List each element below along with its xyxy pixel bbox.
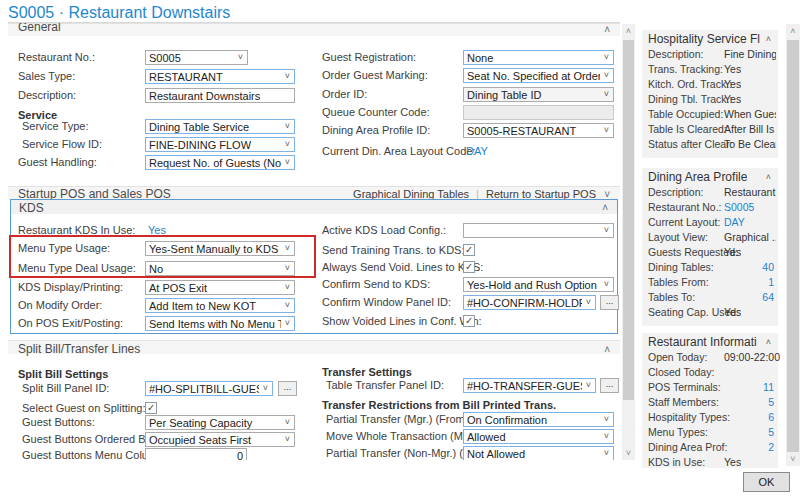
factbox-row: Current Layout:DAY	[642, 215, 778, 230]
factbox-row: Open Today:09:00-22:00	[642, 350, 778, 365]
show-voided-lines-checkbox[interactable]	[463, 315, 475, 327]
chevron-down-icon: ˅	[600, 280, 613, 289]
active-kds-load-config-dropdown[interactable]: ˅	[463, 223, 614, 238]
send-training-trans-checkbox[interactable]	[463, 244, 475, 256]
tables-to-link[interactable]: 64	[762, 291, 774, 303]
chevron-down-icon: ˅	[582, 298, 595, 307]
collapse-general-icon[interactable]: ˄	[604, 25, 610, 35]
factbox-row: Seating Cap. Used:Yes	[642, 305, 778, 320]
factbox-row: Description:Restaurant ...	[642, 185, 778, 200]
ok-button[interactable]: OK	[743, 472, 790, 492]
fasttab-startup-pos[interactable]: Startup POS and Sales POS Graphical Dini…	[8, 186, 620, 199]
table-transfer-panel-dropdown[interactable]: #HO-TRANSFER-GUEST˅	[463, 378, 596, 393]
fasttab-general[interactable]: General ˄	[8, 23, 620, 36]
factbox-hospitality-service: Hospitality Service Fl ˄ Description:Fin…	[642, 30, 778, 158]
field-label: Send Training Trans. to KDS:	[322, 244, 464, 256]
move-whole-transaction-dropdown[interactable]: Allowed˅	[463, 429, 614, 444]
dining-tables-link[interactable]: 40	[762, 261, 774, 273]
factbox-row: Table Is Cleared:After Bill Is ...	[642, 122, 778, 137]
factbox-header[interactable]: Restaurant Informati ˄	[642, 333, 778, 350]
factbox-header[interactable]: Hospitality Service Fl ˄	[642, 30, 778, 47]
scrollbar-thumb[interactable]	[623, 40, 634, 400]
factbox-dining-area-profile: Dining Area Profile ˄ Description:Restau…	[642, 168, 778, 326]
collapse-kds-icon[interactable]: ˄	[602, 203, 608, 213]
factbox-row: Layout View:Graphical ...	[642, 230, 778, 245]
current-layout-code-link[interactable]: DAY	[466, 145, 488, 157]
field-row: Partial Transfer (Mgr.) (From): On Confi…	[8, 412, 620, 426]
chevron-down-icon: ˅	[600, 90, 613, 99]
field-row: Show Voided Lines in Conf. Win:	[8, 314, 620, 328]
factbox-row: Menu Types:5	[642, 425, 778, 440]
field-row: Table Transfer Panel ID: #HO-TRANSFER-GU…	[8, 378, 620, 392]
field-label: Active KDS Load Config.:	[322, 224, 446, 236]
partial-transfer-non-mgr-dropdown[interactable]: Not Allowed˅	[463, 446, 614, 460]
dining-area-profile-dropdown[interactable]: S0005-RESTAURANT˅	[463, 123, 614, 138]
confirm-send-to-kds-dropdown[interactable]: Yes-Hold and Rush Option˅	[463, 277, 614, 292]
factbox-row: Guests Requested:Yes	[642, 245, 778, 260]
fasttab-split-title: Split Bill/Transfer Lines	[18, 342, 140, 356]
menu-types-link[interactable]: 5	[768, 426, 774, 438]
collapse-factbox-icon[interactable]: ˄	[766, 337, 771, 347]
factbox-row: Dining Area Prof:2	[642, 440, 778, 455]
group-label: Transfer Restrictions from Bill Printed …	[322, 399, 556, 411]
hospitality-types-link[interactable]: 6	[768, 411, 774, 423]
factbox-row: Tables From:1	[642, 275, 778, 290]
factbox-row: Dining Tables:40	[642, 260, 778, 275]
group-row: Transfer Restrictions from Bill Printed …	[8, 398, 620, 412]
partial-transfer-mgr-dropdown[interactable]: On Confirmation˅	[463, 412, 614, 427]
field-row: Partial Transfer (Non-Mgr.) (From): Not …	[8, 446, 620, 460]
field-row: Dining Area Profile ID: S0005-RESTAURANT…	[8, 123, 620, 137]
current-layout-link[interactable]: DAY	[724, 216, 745, 228]
confirm-window-panel-dropdown[interactable]: #HO-CONFIRM-HOLDRUSH˅	[463, 295, 596, 310]
field-row: Confirm Send to KDS: Yes-Hold and Rush O…	[8, 277, 620, 291]
collapse-factbox-icon[interactable]: ˄	[766, 34, 771, 44]
factbox-row: Kitch. Ord. Track.:Yes	[642, 77, 778, 92]
assist-edit-button[interactable]: ...	[600, 378, 619, 393]
factbox-header[interactable]: Dining Area Profile ˄	[642, 168, 778, 185]
chevron-down-icon: ˅	[600, 415, 613, 424]
field-label: Guest Registration:	[322, 51, 416, 63]
scroll-up-icon[interactable]: ˄	[786, 24, 800, 38]
chevron-down-icon: ˅	[600, 71, 613, 80]
group-row: Transfer Settings	[8, 365, 620, 379]
scroll-down-icon[interactable]: ˅	[786, 452, 800, 466]
factbox-title: Dining Area Profile	[648, 170, 747, 184]
kds-group-header[interactable]: KDS ˄	[11, 200, 617, 214]
collapse-factbox-icon[interactable]: ˄	[766, 172, 771, 182]
order-guest-marking-dropdown[interactable]: Seat No. Specified at Order Taking˅	[463, 68, 614, 83]
pos-terminals-link[interactable]: 11	[763, 381, 774, 393]
scroll-up-icon[interactable]: ˄	[622, 24, 635, 38]
kds-group-title: KDS	[19, 201, 44, 215]
restaurant-card-window: S0005 · Restaurant Downstairs General ˄ …	[0, 0, 800, 497]
field-label: Dining Area Profile ID:	[322, 124, 430, 136]
tables-from-link[interactable]: 1	[768, 276, 774, 288]
group-label: Transfer Settings	[322, 366, 412, 378]
fasttab-split-bill[interactable]: Split Bill/Transfer Lines ˄	[8, 340, 620, 354]
restaurant-no-link[interactable]: S0005	[724, 201, 754, 213]
field-label: Order Guest Marking:	[322, 69, 428, 81]
chevron-down-icon: ˅	[600, 226, 613, 235]
sidebar-scrollbar[interactable]: ˄ ˅	[786, 24, 800, 466]
factbox-row: Hospitality Types:6	[642, 410, 778, 425]
order-id-dropdown[interactable]: Dining Table ID˅	[463, 87, 614, 102]
scroll-down-icon[interactable]: ˅	[622, 446, 635, 460]
guest-registration-dropdown[interactable]: None˅	[463, 50, 614, 65]
field-row: Current Din. Area Layout Code: DAY	[8, 144, 620, 158]
staff-members-link[interactable]: 5	[768, 396, 774, 408]
main-scrollbar[interactable]: ˄ ˅	[622, 24, 635, 460]
field-label: Queue Counter Code:	[322, 106, 430, 118]
assist-edit-button[interactable]: ...	[600, 295, 619, 310]
highlight-annotation	[9, 235, 316, 278]
always-send-void-lines-checkbox[interactable]	[463, 261, 475, 273]
factbox-row: Restaurant No.:S0005	[642, 200, 778, 215]
chevron-down-icon: ˅	[600, 449, 613, 458]
factbox-row: POS Terminals:11	[642, 380, 778, 395]
field-label: Show Voided Lines in Conf. Win:	[322, 315, 482, 327]
field-label: Partial Transfer (Mgr.) (From):	[326, 413, 471, 425]
dining-area-prof-link[interactable]: 2	[768, 441, 774, 453]
chevron-down-icon: ˅	[281, 158, 294, 167]
field-label: Confirm Send to KDS:	[322, 278, 430, 290]
collapse-split-icon[interactable]: ˄	[604, 345, 610, 355]
factbox-row: Status after Clear:To Be Clean	[642, 137, 778, 152]
scrollbar-thumb[interactable]	[787, 40, 799, 452]
